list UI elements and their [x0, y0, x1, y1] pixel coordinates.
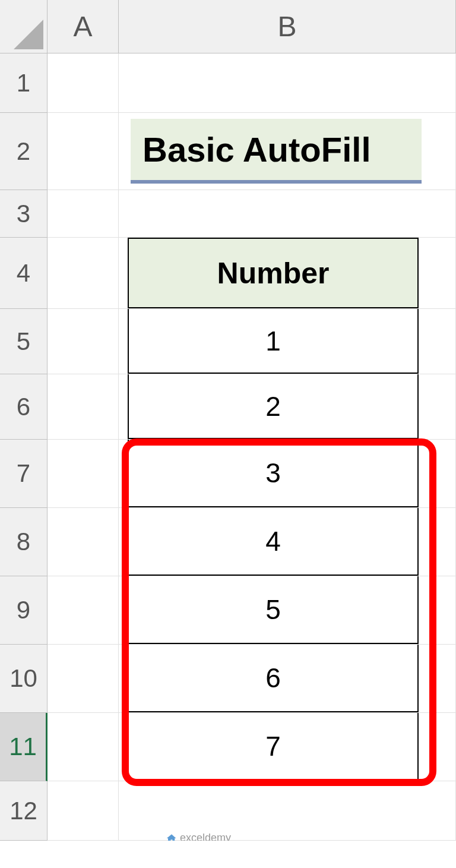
cell-b3[interactable]: [119, 190, 456, 238]
cell-a2[interactable]: [48, 113, 119, 190]
cell-a1[interactable]: [48, 53, 119, 113]
row-header-5[interactable]: 5: [0, 309, 48, 374]
column-header-b[interactable]: B: [119, 0, 456, 53]
cell-b6[interactable]: 2: [119, 374, 456, 440]
table-data-3: 3: [128, 440, 419, 507]
row-header-7[interactable]: 7: [0, 440, 48, 508]
row-header-11[interactable]: 11: [0, 713, 48, 781]
row-header-2[interactable]: 2: [0, 113, 48, 190]
cell-b7[interactable]: 3: [119, 440, 456, 508]
cell-a9[interactable]: [48, 576, 119, 645]
cell-b10[interactable]: 6: [119, 645, 456, 713]
table-header: Number: [128, 238, 419, 308]
row-header-3[interactable]: 3: [0, 190, 48, 238]
house-icon: [166, 833, 177, 841]
cell-b11[interactable]: 7: [119, 713, 456, 781]
cell-b1[interactable]: [119, 53, 456, 113]
cell-b5[interactable]: 1: [119, 309, 456, 374]
cell-b9[interactable]: 5: [119, 576, 456, 645]
table-data-5: 5: [128, 576, 419, 644]
table-data-7: 7: [128, 713, 419, 781]
cell-a6[interactable]: [48, 374, 119, 440]
title-text: Basic AutoFill: [131, 119, 422, 184]
cell-b8[interactable]: 4: [119, 508, 456, 576]
table-data-4: 4: [128, 508, 419, 576]
cell-a7[interactable]: [48, 440, 119, 508]
cell-b4[interactable]: Number: [119, 238, 456, 309]
select-all-corner[interactable]: [0, 0, 48, 53]
cell-b2[interactable]: Basic AutoFill: [119, 113, 456, 190]
row-header-12[interactable]: 12: [0, 781, 48, 841]
table-data-1: 1: [128, 309, 419, 374]
row-header-8[interactable]: 8: [0, 508, 48, 576]
row-header-6[interactable]: 6: [0, 374, 48, 440]
cell-a4[interactable]: [48, 238, 119, 309]
table-data-2: 2: [128, 374, 419, 439]
watermark-text: exceldemy: [180, 832, 231, 841]
cell-a11[interactable]: [48, 713, 119, 781]
column-header-a[interactable]: A: [48, 0, 119, 53]
cell-a8[interactable]: [48, 508, 119, 576]
row-header-1[interactable]: 1: [0, 53, 48, 113]
row-header-4[interactable]: 4: [0, 238, 48, 309]
table-data-6: 6: [128, 645, 419, 712]
row-header-9[interactable]: 9: [0, 576, 48, 645]
cell-a12[interactable]: [48, 781, 119, 841]
cell-a5[interactable]: [48, 309, 119, 374]
watermark: exceldemy: [166, 832, 231, 841]
cell-a3[interactable]: [48, 190, 119, 238]
row-header-10[interactable]: 10: [0, 645, 48, 713]
cell-a10[interactable]: [48, 645, 119, 713]
spreadsheet-grid: A B 1 2 Basic AutoFill 3 4 Number 5 1 6 …: [0, 0, 456, 841]
